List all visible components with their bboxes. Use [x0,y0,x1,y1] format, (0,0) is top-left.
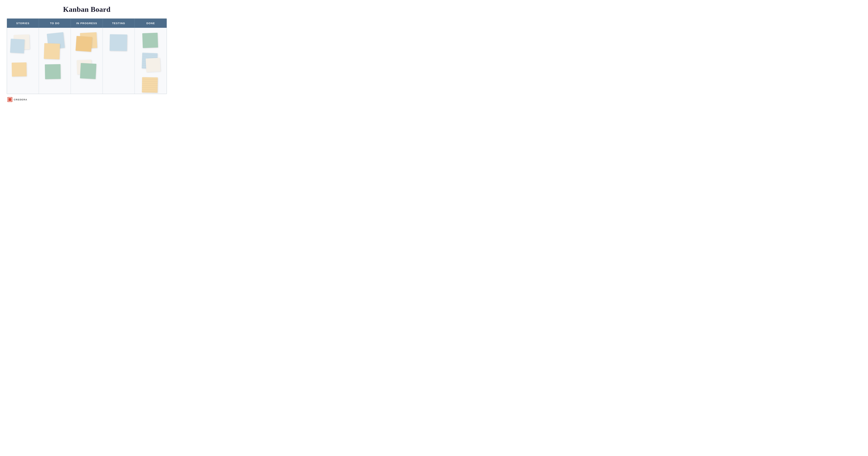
sticky-note[interactable] [146,58,161,72]
credera-logo-icon [7,97,12,102]
sticky-note[interactable] [110,34,127,51]
sticky-note[interactable] [45,64,61,79]
footer: CREDERA [7,97,167,102]
sticky-note[interactable] [10,39,25,53]
sticky-note[interactable] [142,77,158,93]
column-stories [7,28,39,94]
column-header-inprogress: IN PROGRESS [71,19,103,28]
sticky-note[interactable] [75,36,92,52]
column-header-stories: STORIES [7,19,39,28]
column-testing [103,28,135,94]
column-inprogress [71,28,103,94]
sticky-note[interactable] [142,33,158,48]
kanban-body [7,28,167,94]
svg-rect-2 [9,98,11,101]
column-header-testing: TESTING [103,19,135,28]
column-todo [39,28,71,94]
sticky-note[interactable] [44,43,60,59]
column-done [135,28,167,94]
page-title: Kanban Board [63,5,111,13]
sticky-note[interactable] [80,63,96,79]
column-header-todo: TO DO [39,19,71,28]
credera-logo-text: CREDERA [14,98,27,101]
kanban-board: STORIES TO DO IN PROGRESS TESTING DONE [7,19,167,94]
column-header-done: DONE [135,19,167,28]
sticky-note[interactable] [12,62,27,77]
kanban-header: STORIES TO DO IN PROGRESS TESTING DONE [7,19,167,28]
